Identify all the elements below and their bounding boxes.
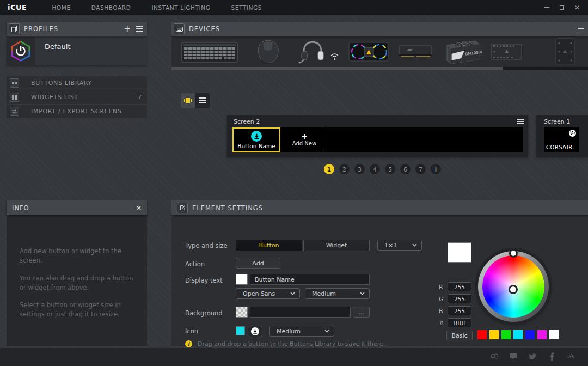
swatch-red[interactable] xyxy=(477,330,487,339)
device-power-supply[interactable]: RM1000i xyxy=(439,36,486,67)
profiles-menu-button[interactable] xyxy=(136,26,143,32)
devices-title: DEVICES xyxy=(189,25,220,33)
device-keyboard[interactable] xyxy=(177,36,242,67)
screen-2-panel: Screen 2 Button Name + Add New xyxy=(227,115,528,157)
swatch-white[interactable] xyxy=(549,330,559,339)
icue-window: iCUE HOME DASHBOARD INSTANT LIGHTING SET… xyxy=(0,0,588,366)
device-memory[interactable] xyxy=(395,36,436,67)
font-value: Open Sans xyxy=(243,290,275,297)
sidebar-item-import-export[interactable]: IMPORT / EXPORT SCREENS xyxy=(7,105,147,118)
page-7[interactable]: 7 xyxy=(415,164,426,174)
hint-row: i Drag and drop a button to the Buttons … xyxy=(185,340,385,347)
add-profile-button[interactable]: + xyxy=(124,25,131,33)
display-text-input[interactable] xyxy=(250,274,370,285)
psu-icon: RM1000i xyxy=(443,38,483,66)
hex-input[interactable] xyxy=(448,318,471,327)
close-button[interactable]: ✕ xyxy=(573,3,581,12)
devices-scrollbar-thumb[interactable] xyxy=(171,67,503,70)
type-size-label: Type and size xyxy=(185,242,228,249)
type-option-widget[interactable]: Widget xyxy=(303,240,370,251)
profiles-header: PROFILES + xyxy=(7,22,147,36)
page-6[interactable]: 6 xyxy=(400,164,411,174)
red-input[interactable] xyxy=(448,282,471,291)
cooler-module-icon xyxy=(552,38,579,66)
minimize-button[interactable] xyxy=(542,3,551,12)
icon-picker-button[interactable] xyxy=(248,326,262,337)
corsair-icon[interactable] xyxy=(566,352,575,361)
size-select[interactable]: 1×1 xyxy=(377,240,422,251)
hue-handle[interactable] xyxy=(509,249,518,258)
aio-cooler-icon xyxy=(348,39,389,64)
social-links xyxy=(490,352,575,361)
size-value: 1×1 xyxy=(384,242,397,249)
chat-icon[interactable] xyxy=(509,352,518,361)
green-input[interactable] xyxy=(448,294,471,303)
sidebar-item-widgets-list[interactable]: WIDGETS LIST 7 xyxy=(7,90,147,104)
info-close-icon[interactable]: ✕ xyxy=(136,204,142,212)
sidebar-item-buttons-library[interactable]: BUTTONS LIBRARY xyxy=(7,76,147,90)
type-option-button[interactable]: Button xyxy=(236,240,302,251)
profile-item-default[interactable]: Default xyxy=(7,37,147,65)
device-lighting-controller[interactable] xyxy=(487,36,526,67)
page-1[interactable]: 1 xyxy=(324,164,334,174)
profiles-icon xyxy=(9,23,20,34)
page-5[interactable]: 5 xyxy=(385,164,395,174)
chevron-down-icon xyxy=(324,330,329,333)
button-name-tile[interactable]: Button Name xyxy=(232,127,280,152)
page-4[interactable]: 4 xyxy=(370,164,380,174)
devices-scrollbar[interactable] xyxy=(171,67,588,70)
screen-2-menu-button[interactable] xyxy=(517,119,524,124)
swatch-green[interactable] xyxy=(501,330,511,339)
facebook-icon[interactable] xyxy=(547,352,556,361)
font-select[interactable]: Open Sans xyxy=(236,288,300,299)
basic-colors-button[interactable]: Basic xyxy=(446,331,473,340)
nav-settings[interactable]: SETTINGS xyxy=(231,4,262,11)
nav-instant-lighting[interactable]: INSTANT LIGHTING xyxy=(151,4,210,11)
button-view-toggle[interactable] xyxy=(181,93,195,108)
swatch-magenta[interactable] xyxy=(537,330,547,339)
community-icon[interactable] xyxy=(490,352,499,361)
nav-dashboard[interactable]: DASHBOARD xyxy=(91,4,131,11)
device-headset[interactable] xyxy=(297,36,340,67)
device-liquid-cooler[interactable] xyxy=(345,36,393,67)
chevron-down-icon xyxy=(290,292,295,295)
list-view-toggle[interactable] xyxy=(195,93,210,108)
mouse-icon xyxy=(254,39,283,65)
swatch-blue[interactable] xyxy=(525,330,535,339)
icon-size-select[interactable]: Medium xyxy=(270,326,334,337)
background-input[interactable] xyxy=(250,307,351,318)
saturation-handle[interactable] xyxy=(509,285,518,294)
element-settings-title: ELEMENT SETTINGS xyxy=(192,204,263,212)
chevron-down-icon xyxy=(360,292,365,295)
action-add-button[interactable]: Add xyxy=(236,258,280,269)
app-logo: iCUE xyxy=(8,3,27,11)
maximize-button[interactable] xyxy=(558,3,566,12)
twitter-icon[interactable] xyxy=(528,352,537,361)
devices-strip: RM1000i xyxy=(171,36,588,67)
page-2[interactable]: 2 xyxy=(339,164,350,174)
add-new-tile[interactable]: + Add New xyxy=(283,129,326,151)
button-tile-label: Button Name xyxy=(237,143,275,149)
add-page-button[interactable]: + xyxy=(431,164,441,174)
blue-input[interactable] xyxy=(448,306,471,315)
text-color-swatch[interactable] xyxy=(236,274,248,285)
screen-1-thumbnail[interactable]: CORSAIR. xyxy=(544,127,579,152)
background-color-swatch[interactable] xyxy=(236,307,248,318)
profile-name: Default xyxy=(45,42,71,51)
device-mouse[interactable] xyxy=(248,36,289,67)
icon-color-swatch[interactable] xyxy=(236,326,245,335)
color-preview xyxy=(448,242,471,263)
swatch-cyan[interactable] xyxy=(513,330,523,339)
background-label: Background xyxy=(185,309,223,317)
page-3[interactable]: 3 xyxy=(354,164,365,174)
devices-menu-button[interactable] xyxy=(578,27,584,32)
screen-pager: 1 2 3 4 5 6 7 + xyxy=(324,164,441,174)
font-weight-value: Medium xyxy=(312,290,336,297)
device-cooler-module[interactable] xyxy=(546,36,584,67)
font-weight-select[interactable]: Medium xyxy=(305,288,370,299)
controller-icon xyxy=(490,42,524,62)
profile-avatar xyxy=(7,37,35,65)
nav-home[interactable]: HOME xyxy=(52,4,70,11)
swatch-yellow[interactable] xyxy=(489,330,499,339)
background-browse-button[interactable]: ... xyxy=(353,307,370,318)
